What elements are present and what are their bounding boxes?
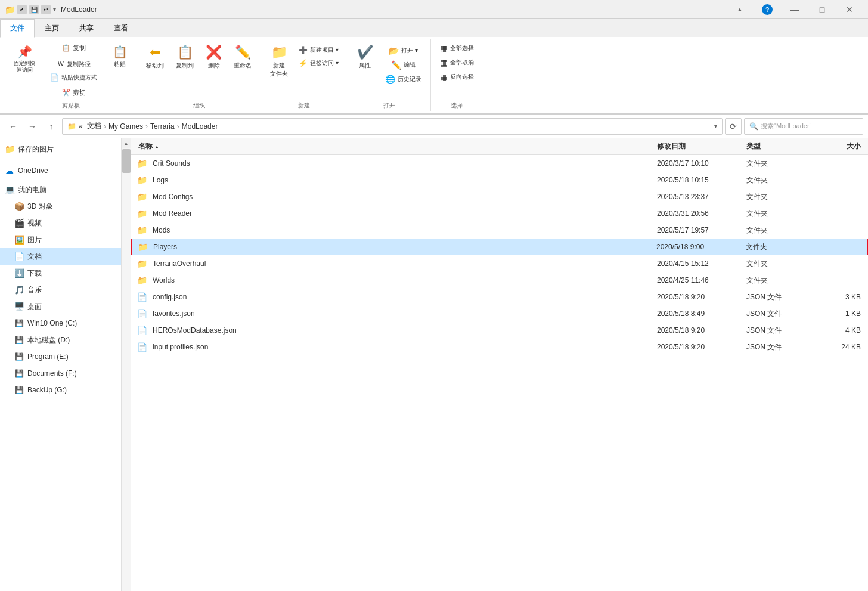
sidebar: 📁 保存的图片 ☁ OneDrive 💻 我的电脑 📦 3D 对象 🎬 视频 (0, 138, 122, 591)
maximize-btn[interactable]: □ (808, 0, 836, 19)
delete-btn[interactable]: ❌ 删除 (202, 42, 226, 73)
breadcrumb-part1[interactable]: « (79, 122, 85, 131)
breadcrumb-terraria[interactable]: Terraria (150, 122, 175, 131)
sidebar-item-c-drive[interactable]: 💾 Win10 One (C:) (0, 315, 121, 332)
breadcrumb-modloader[interactable]: ModLoader (182, 122, 218, 131)
sidebar-item-docs[interactable]: 📄 文档 (0, 248, 121, 265)
paste-btn[interactable]: Ｗ 复制路径 📄 粘贴快捷方式 (42, 55, 106, 85)
sidebar-item-g-drive[interactable]: 💾 BackUp (G:) (0, 382, 121, 398)
file-row[interactable]: 📁TerrariaOverhaul2020/4/15 15:12文件夹 (131, 255, 868, 272)
breadcrumb-mygames[interactable]: My Games (108, 122, 143, 131)
paste-shortcut-btn[interactable]: 📄 粘贴快捷方式 (46, 72, 101, 83)
refresh-btn[interactable]: ⟳ (725, 118, 742, 135)
up-btn[interactable]: ↑ (43, 118, 60, 135)
col-header-size[interactable]: 大小 (816, 141, 863, 151)
sidebar-item-3d[interactable]: 📦 3D 对象 (0, 198, 121, 215)
sidebar-item-computer[interactable]: 💻 我的电脑 (0, 181, 121, 198)
file-row[interactable]: 📁Mods2020/5/17 19:57文件夹 (131, 222, 868, 239)
tab-home[interactable]: 主页 (35, 19, 69, 37)
breadcrumb-dropdown-icon[interactable]: ▾ (714, 123, 717, 129)
breadcrumb-docs[interactable]: 文档 (87, 121, 101, 131)
folder-icon: 📁 (136, 192, 148, 202)
file-icon: 📄 (136, 342, 148, 352)
file-row[interactable]: 📄input profiles.json2020/5/18 9:20JSON 文… (131, 339, 868, 355)
invert-select-icon: ▦ (440, 72, 448, 82)
sidebar-item-pictures[interactable]: 🖼️ 图片 (0, 231, 121, 248)
select-none-btn[interactable]: ▦ 全部取消 (436, 56, 478, 69)
file-name: Logs (150, 176, 655, 184)
new-folder-btn[interactable]: 📁 新建文件夹 (266, 42, 292, 81)
chevron-up-btn[interactable]: ▲ (726, 0, 754, 19)
history-btn[interactable]: 🌐 历史记录 (381, 73, 426, 86)
delete-icon: ❌ (206, 45, 222, 60)
copy-to-btn[interactable]: 📋 复制到 (172, 42, 198, 73)
file-row[interactable]: 📁Crit Sounds2020/3/17 10:10文件夹 (131, 155, 868, 172)
search-box[interactable]: 🔍 搜索"ModLoader" (744, 118, 863, 135)
undo-icon[interactable]: ↩ (41, 5, 51, 14)
clipboard-label: 剪贴板 (62, 101, 80, 111)
close-btn[interactable]: ✕ (836, 0, 863, 19)
quick-access-icon[interactable]: ✔ (17, 5, 27, 14)
scissors-icon: ✂️ (62, 89, 70, 97)
pin-quick-access-btn[interactable]: 📌 固定到快速访问 (10, 42, 39, 76)
edit-btn[interactable]: ✏️ 编辑 (381, 58, 426, 72)
properties-btn[interactable]: ✔️ 属性 (353, 42, 377, 73)
sep1: › (104, 122, 106, 131)
col-header-type[interactable]: 类型 (744, 141, 816, 151)
tab-view[interactable]: 查看 (104, 19, 138, 37)
file-row[interactable]: 📄favorites.json2020/5/18 8:49JSON 文件1 KB (131, 305, 868, 322)
docs-label: 文档 (27, 252, 42, 262)
sidebar-item-music[interactable]: 🎵 音乐 (0, 281, 121, 298)
onedrive-icon: ☁ (5, 166, 14, 175)
sidebar-item-video[interactable]: 🎬 视频 (0, 215, 121, 231)
sidebar-item-downloads[interactable]: ⬇️ 下载 (0, 265, 121, 281)
dropdown-icon[interactable]: ▾ (53, 6, 56, 13)
file-row[interactable]: 📄HEROsModDatabase.json2020/5/18 9:20JSON… (131, 322, 868, 339)
open-btn[interactable]: 📂 打开 ▾ (381, 44, 426, 57)
cut-btn[interactable]: ✂️ 剪切 (42, 86, 106, 99)
minimize-btn[interactable]: — (781, 0, 808, 19)
help-btn[interactable]: ? (754, 0, 781, 19)
easy-access-btn[interactable]: ⚡ 轻松访问 ▾ (294, 57, 343, 69)
paste-large-btn[interactable]: 📋 粘贴 (108, 42, 132, 72)
tab-file[interactable]: 文件 (0, 19, 35, 38)
file-icon: 📄 (136, 309, 148, 318)
forward-btn[interactable]: → (24, 118, 41, 135)
breadcrumb[interactable]: 📁 « 文档 › My Games › Terraria › ModLoader… (62, 118, 723, 135)
rename-btn[interactable]: ✏️ 重命名 (230, 42, 256, 73)
file-row[interactable]: 📁Mod Reader2020/3/31 20:56文件夹 (131, 205, 868, 222)
col-header-date[interactable]: 修改日期 (655, 141, 744, 151)
computer-icon: 💻 (5, 185, 14, 194)
save-icon[interactable]: 💾 (29, 5, 39, 14)
file-date: 2020/5/17 19:57 (655, 226, 744, 234)
copy-path-btn[interactable]: Ｗ 复制路径 (46, 57, 101, 71)
col-header-name[interactable]: 名称 ▲ (136, 141, 655, 151)
sidebar-item-onedrive[interactable]: ☁ OneDrive (0, 162, 121, 179)
scroll-thumb[interactable] (122, 149, 131, 173)
folder-icon: 📁 (136, 225, 148, 235)
file-row[interactable]: 📁Worlds2020/4/25 11:46文件夹 (131, 272, 868, 289)
file-row[interactable]: 📁Logs2020/5/18 10:15文件夹 (131, 172, 868, 188)
sidebar-scrollbar[interactable]: ▲ ▼ (122, 138, 131, 591)
open-icon: 📂 (389, 46, 399, 55)
new-item-btn[interactable]: ➕ 新建项目 ▾ (294, 44, 343, 56)
clipboard-group: 📌 固定到快速访问 📋 复制 Ｗ 复制路径 (5, 39, 137, 111)
sidebar-item-desktop[interactable]: 🖥️ 桌面 (0, 298, 121, 315)
file-row[interactable]: 📁Players2020/5/18 9:00文件夹 (131, 239, 868, 255)
invert-select-btn[interactable]: ▦ 反向选择 (436, 70, 478, 83)
sidebar-item-d-drive[interactable]: 💾 本地磁盘 (D:) (0, 332, 121, 348)
file-name: Mods (150, 226, 655, 234)
move-to-btn[interactable]: ⬅ 移动到 (142, 42, 168, 73)
file-date: 2020/3/17 10:10 (655, 159, 744, 168)
copy-btn[interactable]: 📋 复制 (42, 42, 106, 54)
back-btn[interactable]: ← (5, 118, 21, 135)
sidebar-item-f-drive[interactable]: 💾 Documents (F:) (0, 365, 121, 382)
scroll-up-arrow[interactable]: ▲ (122, 138, 131, 148)
sidebar-item-saved-pics[interactable]: 📁 保存的图片 (0, 141, 121, 157)
file-row[interactable]: 📁Mod Configs2020/5/13 23:37文件夹 (131, 188, 868, 205)
tab-share[interactable]: 共享 (69, 19, 104, 37)
new-item-icon: ➕ (299, 46, 308, 54)
sidebar-item-e-drive[interactable]: 💾 Program (E:) (0, 348, 121, 365)
file-row[interactable]: 📄config.json2020/5/18 9:20JSON 文件3 KB (131, 289, 868, 305)
select-all-btn[interactable]: ▦ 全部选择 (436, 42, 478, 55)
